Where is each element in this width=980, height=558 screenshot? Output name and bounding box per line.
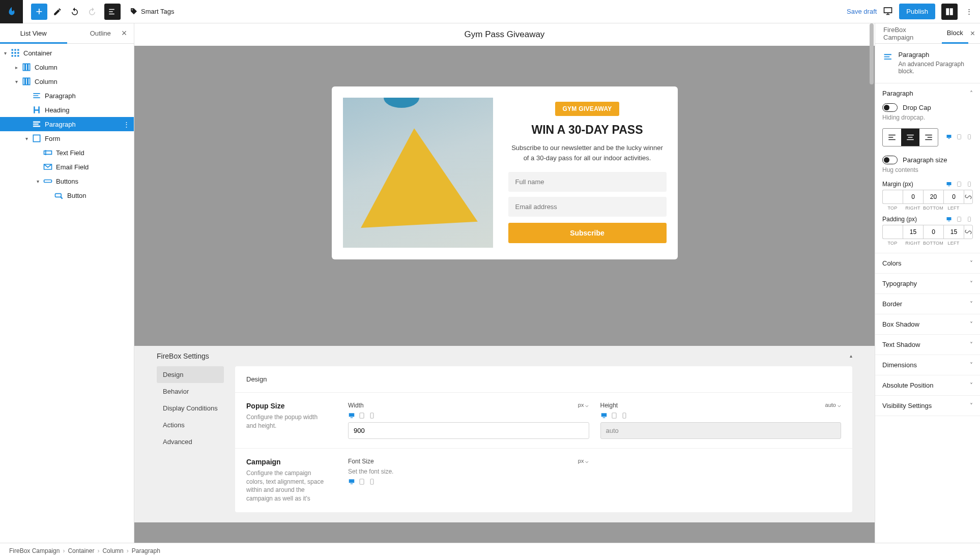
redo-icon[interactable] [85,4,99,20]
tablet-icon[interactable] [956,133,963,140]
settings-panel-toggle[interactable] [941,4,958,20]
desktop-icon[interactable] [945,216,953,223]
canvas-scrollbar[interactable] [870,23,875,543]
more-options-icon[interactable]: ⋮ [964,8,974,15]
fb-tab-design[interactable]: Design [157,366,224,383]
tablet-icon[interactable] [358,412,365,419]
chevron-down-icon[interactable]: ▾ [25,136,32,141]
fb-tab-advanced[interactable]: Advanced [157,433,224,450]
breadcrumb-item[interactable]: Paragraph [132,547,160,554]
align-right-button[interactable] [919,129,938,146]
tree-row-text-field[interactable]: Text Field [0,145,134,160]
align-center-button[interactable] [901,129,919,146]
mobile-icon[interactable] [368,478,376,485]
tablet-icon[interactable] [358,478,365,485]
breadcrumb-item[interactable]: FireBox Campaign [9,547,60,554]
tree-row-button[interactable]: Button [0,188,134,202]
width-input[interactable] [348,422,589,439]
margin-right-input[interactable] [903,190,923,204]
desktop-icon[interactable] [945,181,953,188]
mobile-icon[interactable] [966,181,973,188]
firebox-settings-header[interactable]: FireBox Settings ▴ [134,346,875,366]
tablet-icon[interactable] [611,412,618,419]
desktop-icon[interactable] [600,412,608,419]
absolute-position-section[interactable]: Absolute Position˅ [875,375,980,395]
list-view-toggle[interactable] [104,4,121,20]
margin-bottom-input[interactable] [923,190,943,204]
edit-icon[interactable] [50,4,65,20]
desktop-icon[interactable] [348,412,355,419]
fb-tab-display-conditions[interactable]: Display Conditions [157,400,224,417]
tab-firebox-campaign[interactable]: FireBox Campaign [878,23,942,43]
row-options-icon[interactable]: ⋮ [123,121,130,128]
fb-tab-actions[interactable]: Actions [157,417,224,433]
logo-button[interactable] [0,0,23,23]
breadcrumb-item[interactable]: Container [68,547,94,554]
border-section[interactable]: Border˅ [875,294,980,314]
chevron-down-icon[interactable]: ▾ [15,79,21,84]
text-shadow-section[interactable]: Text Shadow˅ [875,335,980,355]
visibility-section[interactable]: Visibility Settings˅ [875,396,980,416]
tree-row-buttons[interactable]: ▾ Buttons [0,174,134,188]
drop-cap-toggle[interactable] [882,103,898,112]
chevron-right-icon[interactable]: ▸ [15,65,21,70]
box-shadow-section[interactable]: Box Shadow˅ [875,314,980,334]
margin-left-input[interactable] [943,190,964,204]
mobile-icon[interactable] [966,133,973,140]
close-panel-button[interactable]: × [117,26,132,41]
padding-right-input[interactable] [903,225,923,239]
desktop-icon[interactable] [348,478,355,485]
fb-tab-behavior[interactable]: Behavior [157,383,224,400]
device-preview-button[interactable] [883,6,893,17]
breadcrumb-item[interactable]: Column [102,547,123,554]
tablet-icon[interactable] [956,181,963,188]
padding-left-input[interactable] [943,225,964,239]
save-draft-button[interactable]: Save draft [847,8,877,15]
add-block-button[interactable]: + [31,4,47,20]
tree-row-paragraph-1[interactable]: Paragraph [0,89,134,103]
tree-row-form[interactable]: ▾ Form [0,131,134,145]
design-section-label: Design [246,375,841,383]
tablet-icon[interactable] [956,216,963,223]
padding-top-input[interactable] [882,225,903,239]
chevron-down-icon[interactable]: ▾ [37,179,43,184]
chevron-down-icon[interactable]: ▾ [4,50,10,56]
align-left-button[interactable] [883,129,901,146]
paragraph-size-toggle[interactable] [882,156,898,164]
colors-section[interactable]: Colors˅ [875,253,980,273]
margin-link-button[interactable] [964,190,973,204]
mobile-icon[interactable] [966,216,973,223]
tree-row-container[interactable]: ▾ Container [0,46,134,60]
publish-button[interactable]: Publish [899,4,935,19]
tree-label: Paragraph [45,92,76,100]
padding-link-button[interactable] [964,225,973,239]
tree-row-paragraph-2[interactable]: Paragraph ⋮ [0,117,134,131]
font-size-unit-select[interactable]: px ⌵ [578,458,589,464]
padding-bottom-input[interactable] [923,225,943,239]
mobile-icon[interactable] [368,412,376,419]
margin-top-input[interactable] [882,190,903,204]
form-icon [32,133,42,143]
typography-section[interactable]: Typography˅ [875,274,980,293]
mobile-icon[interactable] [621,412,628,419]
subscribe-button[interactable]: Subscribe [508,223,667,243]
tree-row-column-1[interactable]: ▸ Column [0,60,134,74]
width-unit-select[interactable]: px ⌵ [578,402,589,408]
paragraph-section-header[interactable]: Paragraph ˄ [875,83,980,103]
canvas-area[interactable]: GYM GIVEAWAY WIN A 30-DAY PASS Subscribe… [134,46,875,543]
tree-row-column-2[interactable]: ▾ Column [0,74,134,89]
tab-list-view[interactable]: List View [0,23,67,43]
tab-block[interactable]: Block [942,24,968,44]
collapse-icon[interactable]: ▴ [850,353,852,359]
dimensions-section[interactable]: Dimensions˅ [875,355,980,375]
close-inspector-button[interactable]: × [968,29,977,38]
tree-row-email-field[interactable]: Email Field [0,160,134,174]
full-name-input[interactable] [508,172,667,192]
desktop-icon[interactable] [945,133,953,140]
smart-tags-button[interactable]: Smart Tags [130,8,175,16]
undo-icon[interactable] [68,4,82,20]
email-input[interactable] [508,197,667,217]
height-unit-select[interactable]: auto ⌵ [825,402,841,408]
tree-label: Form [45,135,60,142]
tree-row-heading[interactable]: Heading [0,103,134,117]
